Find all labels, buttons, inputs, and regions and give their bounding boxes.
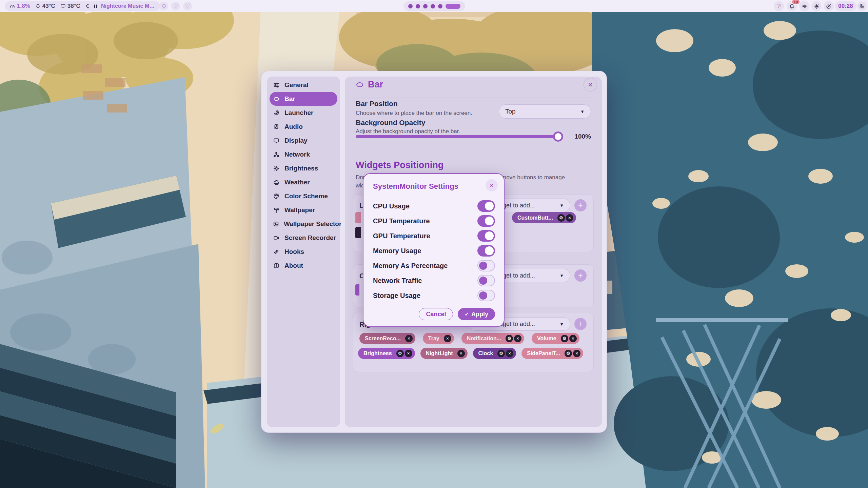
toggle-switch[interactable] — [477, 260, 495, 271]
toggle-switch[interactable] — [477, 275, 495, 286]
tray-app-button[interactable] — [774, 1, 784, 11]
widget-remove-button[interactable]: × — [506, 350, 513, 357]
widget-remove-button[interactable]: × — [457, 350, 465, 357]
toggle-switch[interactable] — [477, 230, 495, 242]
plus-icon: + — [578, 319, 583, 329]
widget-settings-button[interactable]: ⚙ — [557, 214, 565, 222]
dashboard-icon — [859, 3, 865, 9]
notifications-button[interactable]: 10 — [787, 1, 797, 11]
widget-remove-button[interactable]: × — [569, 335, 577, 342]
media-player-widget[interactable]: Nightcore Music Mix 20... — [89, 1, 160, 11]
workspace-dot[interactable] — [416, 4, 420, 8]
sidebar-item-hooks[interactable]: Hooks — [270, 245, 337, 259]
close-icon: × — [588, 80, 593, 89]
toggle-switch[interactable] — [477, 215, 495, 227]
bar-position-label: Bar Position — [356, 100, 398, 108]
left-add-widget-button[interactable]: + — [574, 199, 587, 211]
favorite-button[interactable]: ♡ — [183, 2, 192, 11]
toggle-switch[interactable] — [477, 290, 495, 301]
close-icon: × — [516, 336, 519, 341]
widget-chip[interactable]: Clock ⚙ × — [473, 348, 516, 359]
widget-settings-button[interactable]: ⚙ — [396, 350, 404, 357]
close-icon: × — [407, 351, 410, 356]
gauge-icon — [9, 3, 15, 9]
close-icon: × — [568, 215, 571, 220]
chevron-down-icon: ▼ — [559, 203, 564, 208]
night-light-button[interactable] — [824, 1, 834, 11]
sidebar-item-wallpaper[interactable]: Wallpaper — [270, 203, 337, 217]
widget-remove-button[interactable]: × — [405, 350, 412, 357]
toggle-switch[interactable] — [477, 200, 495, 212]
widget-chip[interactable]: Volume ⚙ × — [532, 333, 579, 344]
sidebar-item-general[interactable]: General — [270, 78, 337, 92]
sidebar-item-color-scheme[interactable]: Color Scheme — [270, 189, 337, 203]
brightness-button[interactable] — [811, 1, 822, 11]
volume-icon — [802, 3, 807, 9]
sidebar-item-launcher[interactable]: Launcher — [270, 106, 337, 120]
cloud-icon — [273, 179, 280, 186]
right-chips-row-1: ScreenReco... × Tray × Notification... — [359, 333, 579, 344]
toggle-row: Network Traffic — [363, 273, 504, 288]
widget-settings-button[interactable]: ⚙ — [561, 335, 568, 342]
widget-chip[interactable]: SidePanelT... ⚙ × — [521, 348, 583, 359]
sidebar-item-wallpaper-selector[interactable]: Wallpaper Selector — [270, 217, 337, 231]
workspace-dot[interactable] — [431, 4, 435, 8]
sidebar-item-network[interactable]: Network — [270, 147, 337, 161]
right-add-widget-button[interactable]: + — [574, 318, 587, 330]
widget-chip[interactable]: Notification... ⚙ × — [461, 333, 524, 344]
close-dialog-button[interactable]: × — [486, 179, 498, 191]
toggle-row: Memory Usage — [363, 243, 504, 258]
tray-app-icon — [776, 3, 782, 9]
sidebar-item-weather[interactable]: Weather — [270, 175, 337, 189]
partially-hidden-chip[interactable] — [355, 212, 361, 223]
cpu-usage-stat: 1.8% — [9, 3, 30, 9]
sidebar-item-about[interactable]: About — [270, 259, 337, 272]
widget-settings-button[interactable]: ⚙ — [565, 350, 572, 357]
close-settings-button[interactable]: × — [584, 78, 597, 92]
widget-settings-button[interactable]: ⚙ — [506, 335, 513, 342]
widget-chip[interactable]: NightLight × — [420, 348, 468, 359]
sidebar-item-audio[interactable]: Audio — [270, 120, 337, 134]
sidebar-item-brightness[interactable]: Brightness — [270, 161, 337, 175]
widget-chip[interactable]: Brightness ⚙ × — [358, 348, 415, 359]
close-icon: × — [490, 182, 494, 189]
widget-chip[interactable]: ScreenReco... × — [359, 333, 415, 344]
sidebar-item-screen-recorder[interactable]: Screen Recorder — [270, 231, 337, 245]
close-icon: × — [572, 336, 574, 341]
workspace-active-indicator[interactable] — [446, 4, 460, 9]
widget-remove-button[interactable]: × — [514, 335, 521, 342]
like-button[interactable]: ♡ — [171, 2, 180, 11]
widget-remove-button[interactable]: × — [573, 350, 580, 357]
cpu-temp-stat: 43°C — [35, 3, 55, 9]
widget-remove-button[interactable]: × — [444, 335, 451, 342]
bar-position-dropdown[interactable]: Top ▼ — [499, 104, 591, 119]
center-add-widget-button[interactable]: + — [574, 269, 587, 282]
apply-button[interactable]: ✓ Apply — [458, 308, 495, 320]
paint-roller-icon — [273, 207, 280, 214]
background-opacity-slider[interactable] — [356, 135, 562, 138]
partially-hidden-chip[interactable] — [355, 284, 359, 296]
widget-remove-button[interactable]: × — [566, 214, 573, 222]
skull-icon — [161, 4, 166, 9]
sidebar-item-display[interactable]: Display — [270, 134, 337, 147]
footer-divider — [353, 387, 594, 387]
slider-knob[interactable] — [553, 131, 563, 142]
widget-chip[interactable]: Tray × — [423, 333, 454, 344]
workspace-dot[interactable] — [438, 4, 442, 8]
widget-chip[interactable]: CustomButt... ⚙ × — [512, 212, 576, 223]
sidebar-item-bar[interactable]: Bar — [270, 92, 337, 106]
volume-button[interactable] — [799, 1, 809, 11]
widget-remove-button[interactable]: × — [405, 335, 413, 342]
toggle-row: Memory As Percentage — [363, 258, 504, 273]
gear-icon: ⚙ — [563, 336, 567, 341]
widget-settings-button[interactable]: ⚙ — [497, 350, 505, 357]
close-icon: × — [508, 351, 511, 356]
dashboard-button[interactable] — [857, 1, 867, 11]
cancel-button[interactable]: Cancel — [419, 308, 453, 320]
clock-widget[interactable]: 00:28 — [835, 1, 856, 11]
toggle-switch[interactable] — [477, 245, 495, 257]
workspace-dot[interactable] — [423, 4, 428, 8]
partially-hidden-chip[interactable] — [355, 227, 361, 238]
workspace-dot[interactable] — [408, 4, 413, 8]
skull-button[interactable] — [159, 2, 168, 11]
